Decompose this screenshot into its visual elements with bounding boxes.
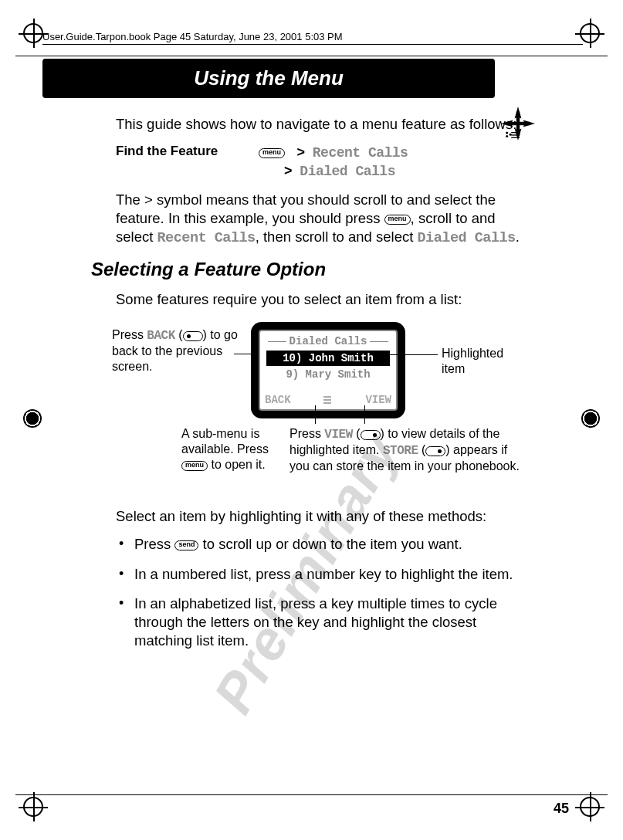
screen-row: 9) Mary Smith <box>266 368 390 381</box>
list-item: In a numbered list, press a number key t… <box>116 565 533 584</box>
soft-key-back: BACK <box>265 393 291 407</box>
chapter-title: Using the Menu <box>42 59 495 98</box>
right-soft-key-icon <box>361 430 381 440</box>
methods-intro: Select an item by highlighting it with a… <box>116 507 533 526</box>
callout-submenu: A sub-menu is available. Press menu to o… <box>181 426 278 472</box>
menu-indicator-icon <box>323 396 333 404</box>
menu-key-icon: menu <box>384 215 411 225</box>
menu-key-icon: menu <box>259 148 285 158</box>
right-soft-key-icon <box>425 446 445 456</box>
registration-mark <box>23 797 43 817</box>
svg-point-7 <box>506 135 508 137</box>
page-number: 45 <box>554 801 569 817</box>
send-key-icon: send <box>174 540 198 550</box>
callout-highlighted: Highlighted item <box>442 346 527 377</box>
section-heading: Selecting a Feature Option <box>91 257 533 281</box>
svg-rect-10 <box>511 134 520 135</box>
find-feature-row: Find the Feature menu > Recent Calls > D… <box>116 143 533 180</box>
leader-line <box>388 354 438 355</box>
list-item: In an alphabetized list, press a key mul… <box>116 594 533 650</box>
leader-line <box>315 405 316 424</box>
registration-dot <box>23 409 42 428</box>
section-intro: Some features require you to select an i… <box>116 290 533 309</box>
file-header: User.Guide.Tarpon.book Page 45 Saturday,… <box>42 31 583 45</box>
intro-text: This guide shows how to navigate to a me… <box>116 115 533 134</box>
menu-key-icon: menu <box>181 461 208 471</box>
registration-mark <box>23 23 43 43</box>
screen-title: Dialed Calls <box>260 331 396 348</box>
svg-rect-5 <box>506 122 530 125</box>
methods-list: Press send to scroll up or down to the i… <box>116 535 533 649</box>
svg-point-8 <box>510 134 512 136</box>
left-soft-key-icon <box>183 331 203 341</box>
callout-view: Press VIEW () to view details of the hig… <box>289 426 529 474</box>
leader-line <box>364 405 365 424</box>
alignment-icon <box>501 107 535 144</box>
soft-key-view: VIEW <box>365 393 391 407</box>
svg-rect-9 <box>511 132 520 133</box>
page-content: User.Guide.Tarpon.book Page 45 Saturday,… <box>42 31 583 811</box>
path-recent-calls: Recent Calls <box>313 145 408 161</box>
svg-point-6 <box>506 132 508 134</box>
list-item: Press send to scroll up or down to the i… <box>116 535 533 554</box>
callout-back: Press BACK () to go back to the previous… <box>112 327 239 374</box>
path-dialed-calls: Dialed Calls <box>300 164 395 179</box>
explain-text: The > symbol means that you should scrol… <box>116 191 533 248</box>
registration-dot <box>581 409 600 428</box>
phone-diagram: Press BACK () to go back to the previous… <box>116 318 533 496</box>
phone-screen: Dialed Calls 10) John Smith 9) Mary Smit… <box>259 330 398 411</box>
svg-rect-11 <box>511 137 520 138</box>
phone-frame: Dialed Calls 10) John Smith 9) Mary Smit… <box>251 322 405 418</box>
find-feature-label: Find the Feature <box>116 143 259 160</box>
screen-highlighted-row: 10) John Smith <box>266 351 390 366</box>
